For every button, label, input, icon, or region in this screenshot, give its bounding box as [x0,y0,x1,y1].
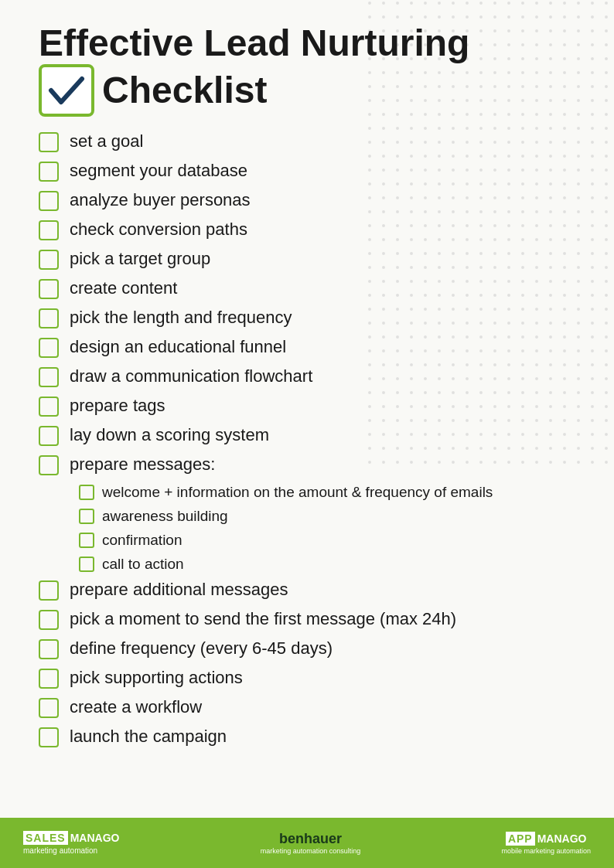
list-item: set a goal [39,131,575,157]
sub-item: call to action [79,555,575,577]
benhauer-sub: marketing automation consulting [261,847,361,855]
checkbox-sub-2[interactable] [79,509,94,524]
title-area: Effective Lead Nurturing Checklist [39,23,575,117]
main-content: Effective Lead Nurturing Checklist set a… [0,0,614,818]
item-text: launch the campaign [70,726,227,748]
item-text: pick a moment to send the first message … [70,608,456,631]
brand1-sub: marketing automation [23,846,97,855]
checkbox-6[interactable] [39,279,59,299]
list-item: pick a moment to send the first message … [39,608,575,635]
checkbox-5[interactable] [39,250,59,270]
app-manago-logo: APP MANAGO [506,832,587,846]
title-line1: Effective Lead Nurturing [39,23,575,64]
checkbox-13[interactable] [39,580,59,601]
checkbox-2[interactable] [39,162,59,182]
checkbox-sub-4[interactable] [79,557,94,572]
app-manago-text: MANAGO [537,832,587,845]
list-item: create a workflow [39,696,575,723]
sales-text: SALES [23,831,68,845]
checkbox-18[interactable] [39,727,59,747]
title-checklist: Checklist [102,69,267,111]
item-text: define frequency (every 6-45 days) [70,638,333,660]
list-item: prepare additional messages [39,579,575,605]
list-item: pick supporting actions [39,667,575,693]
list-item: pick the length and frequency [39,307,575,333]
sub-item-text: call to action [102,555,184,574]
list-item: prepare tags [39,395,575,421]
title-line2: Checklist [39,64,575,117]
item-text: create content [70,277,177,300]
checkbox-sub-1[interactable] [79,485,94,500]
item-text: pick the length and frequency [70,307,292,329]
sub-item: confirmation [79,531,575,553]
item-text: prepare additional messages [70,579,288,601]
checkbox-16[interactable] [39,669,59,689]
item-text: pick a target group [70,248,210,271]
sub-item-text: confirmation [102,531,182,550]
checkbox-sub-3[interactable] [79,533,94,548]
checkbox-14[interactable] [39,610,59,630]
item-text: set a goal [70,131,143,153]
sub-item-text: awareness building [102,507,228,526]
footer: SALES MANAGO marketing automation benhau… [0,818,614,868]
checkmark-box [39,64,94,117]
checkbox-4[interactable] [39,220,59,240]
sub-item-text: welcome + information on the amount & fr… [102,483,493,502]
list-item: define frequency (every 6-45 days) [39,638,575,664]
item-text: draw a communication flowchart [70,366,312,388]
list-item: launch the campaign [39,726,575,752]
item-text: pick supporting actions [70,667,243,689]
list-item: segment your database [39,160,575,186]
checklist: set a goal segment your database analyze… [39,131,575,480]
list-item: pick a target group [39,248,575,274]
checkbox-8[interactable] [39,338,59,358]
sub-item: welcome + information on the amount & fr… [79,483,575,505]
checkbox-11[interactable] [39,426,59,446]
checkbox-10[interactable] [39,397,59,417]
checkbox-3[interactable] [39,191,59,211]
brand3-sub: mobile marketing automation [501,847,591,855]
list-item: lay down a scoring system [39,424,575,451]
checklist-continued: prepare additional messages pick a momen… [39,579,575,752]
footer-brand3: APP MANAGO mobile marketing automation [501,832,591,855]
item-text: prepare tags [70,395,165,417]
checkbox-1[interactable] [39,132,59,152]
checkbox-12[interactable] [39,455,59,475]
item-text: check conversion paths [70,219,247,241]
footer-brand2: benhauer marketing automation consulting [261,831,361,855]
page: Effective Lead Nurturing Checklist set a… [0,0,614,868]
item-text: prepare messages: [70,454,215,476]
footer-brand1: SALES MANAGO marketing automation [23,831,119,855]
list-item: analyze buyer personas [39,189,575,216]
checkbox-15[interactable] [39,639,59,659]
checkbox-17[interactable] [39,698,59,718]
checkbox-7[interactable] [39,308,59,328]
sub-item: awareness building [79,507,575,529]
list-item: check conversion paths [39,219,575,245]
app-text: APP [506,832,535,846]
list-item: create content [39,277,575,304]
list-item: prepare messages: [39,454,575,480]
checkbox-9[interactable] [39,367,59,387]
item-text: lay down a scoring system [70,424,269,447]
item-text: create a workflow [70,696,202,719]
sales-manago-logo: SALES MANAGO [23,831,119,845]
list-item: draw a communication flowchart [39,366,575,392]
benhauer-name: benhauer [279,831,342,847]
item-text: design an educational funnel [70,336,286,359]
list-item: design an educational funnel [39,336,575,363]
manago-text: MANAGO [70,832,120,844]
sub-items: welcome + information on the amount & fr… [79,483,575,577]
item-text: segment your database [70,160,247,182]
item-text: analyze buyer personas [70,189,251,212]
checkmark-icon [47,71,86,110]
